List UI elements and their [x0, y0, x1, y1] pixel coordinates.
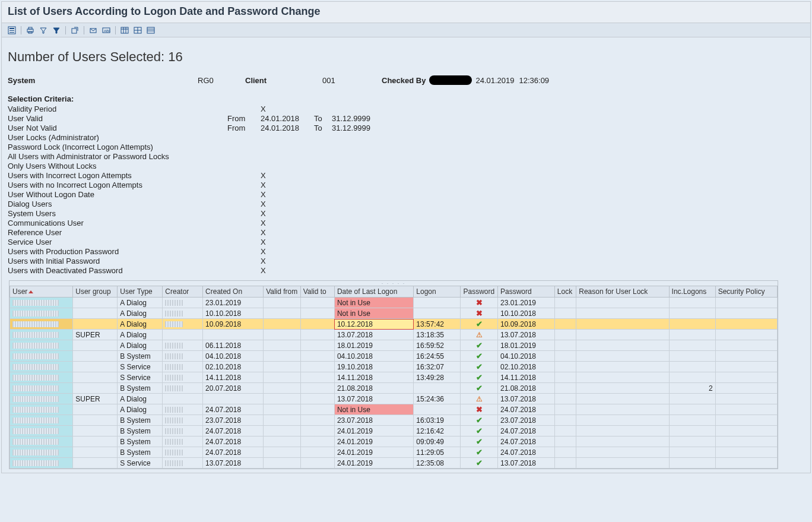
- table-row[interactable]: SUPERA Dialog13.07.201815:24:36⚠13.07.20…: [10, 394, 778, 404]
- send-icon[interactable]: [88, 26, 99, 35]
- cell-password-date[interactable]: 24.07.2018: [497, 436, 554, 447]
- column-header[interactable]: Password: [461, 286, 498, 298]
- cell-user-group[interactable]: [73, 362, 118, 372]
- cell-lock-reason[interactable]: [576, 415, 669, 426]
- cell-user-group[interactable]: [73, 372, 118, 383]
- cell-user[interactable]: [10, 362, 73, 372]
- layout-2-icon[interactable]: [132, 26, 143, 35]
- cell-creator[interactable]: [163, 404, 203, 415]
- cell-user-type[interactable]: S Service: [118, 372, 163, 383]
- details-icon[interactable]: [7, 26, 17, 35]
- cell-inc-logons[interactable]: [669, 351, 715, 362]
- cell-creator[interactable]: [163, 458, 203, 469]
- cell-logon-time[interactable]: 16:24:55: [414, 351, 461, 362]
- cell-last-logon[interactable]: 23.07.2018: [334, 415, 413, 426]
- cell-lock-reason[interactable]: [576, 383, 669, 394]
- table-row[interactable]: A Dialog06.11.201818.01.201916:59:52✔18.…: [10, 340, 778, 351]
- cell-last-logon[interactable]: 24.01.2019: [334, 426, 413, 436]
- cell-user[interactable]: [10, 308, 73, 319]
- cell-user-group[interactable]: [73, 404, 118, 415]
- cell-user[interactable]: [10, 351, 73, 362]
- cell-inc-logons[interactable]: [669, 426, 715, 436]
- cell-valid-from[interactable]: [264, 319, 301, 330]
- cell-logon-time[interactable]: 16:59:52: [414, 340, 461, 351]
- cell-created-on[interactable]: 02.10.2018: [203, 362, 264, 372]
- cell-inc-logons[interactable]: [669, 330, 715, 340]
- cell-user[interactable]: [10, 372, 73, 383]
- cell-security-policy[interactable]: [715, 415, 777, 426]
- cell-user[interactable]: [10, 319, 73, 330]
- cell-password-date[interactable]: 10.10.2018: [497, 308, 554, 319]
- cell-last-logon[interactable]: 10.12.2018: [334, 319, 413, 330]
- cell-password-status[interactable]: ✔: [461, 447, 498, 458]
- cell-security-policy[interactable]: [715, 298, 777, 308]
- cell-valid-to[interactable]: [300, 404, 334, 415]
- cell-created-on[interactable]: 20.07.2018: [203, 383, 264, 394]
- cell-password-date[interactable]: 18.01.2019: [497, 340, 554, 351]
- cell-valid-to[interactable]: [300, 319, 334, 330]
- cell-valid-from[interactable]: [264, 362, 301, 372]
- cell-user-type[interactable]: A Dialog: [118, 319, 163, 330]
- cell-logon-time[interactable]: 09:09:49: [414, 436, 461, 447]
- cell-password-status[interactable]: ✖: [461, 308, 498, 319]
- cell-lock-reason[interactable]: [576, 426, 669, 436]
- cell-created-on[interactable]: 23.07.2018: [203, 415, 264, 426]
- cell-last-logon[interactable]: 24.01.2019: [334, 458, 413, 469]
- cell-valid-to[interactable]: [300, 394, 334, 404]
- cell-valid-from[interactable]: [264, 298, 301, 308]
- cell-user[interactable]: [10, 330, 73, 340]
- cell-password-status[interactable]: ✔: [461, 458, 498, 469]
- cell-user-group[interactable]: [73, 426, 118, 436]
- cell-lock[interactable]: [554, 319, 576, 330]
- cell-lock[interactable]: [554, 426, 576, 436]
- cell-user[interactable]: [10, 404, 73, 415]
- cell-security-policy[interactable]: [715, 372, 777, 383]
- cell-lock[interactable]: [554, 404, 576, 415]
- cell-creator[interactable]: [163, 351, 203, 362]
- cell-password-date[interactable]: 02.10.2018: [497, 362, 554, 372]
- cell-created-on[interactable]: [203, 330, 264, 340]
- cell-password-status[interactable]: ✔: [461, 426, 498, 436]
- cell-security-policy[interactable]: [715, 308, 777, 319]
- cell-user-type[interactable]: S Service: [118, 362, 163, 372]
- cell-security-policy[interactable]: [715, 426, 777, 436]
- column-header[interactable]: Security Policy: [715, 286, 777, 298]
- layout-3-icon[interactable]: [145, 26, 156, 35]
- cell-creator[interactable]: [163, 319, 203, 330]
- cell-created-on[interactable]: 24.07.2018: [203, 404, 264, 415]
- cell-valid-from[interactable]: [264, 372, 301, 383]
- cell-user[interactable]: [10, 436, 73, 447]
- cell-security-policy[interactable]: [715, 394, 777, 404]
- cell-creator[interactable]: [163, 436, 203, 447]
- cell-password-date[interactable]: 14.11.2018: [497, 372, 554, 383]
- cell-user-type[interactable]: A Dialog: [118, 394, 163, 404]
- cell-creator[interactable]: [163, 447, 203, 458]
- column-header[interactable]: Reason for User Lock: [576, 286, 669, 298]
- cell-creator[interactable]: [163, 298, 203, 308]
- cell-last-logon[interactable]: 19.10.2018: [334, 362, 413, 372]
- cell-password-status[interactable]: ✔: [461, 415, 498, 426]
- cell-valid-to[interactable]: [300, 351, 334, 362]
- cell-valid-from[interactable]: [264, 308, 301, 319]
- cell-valid-to[interactable]: [300, 447, 334, 458]
- cell-logon-time[interactable]: 12:16:42: [414, 426, 461, 436]
- cell-user[interactable]: [10, 447, 73, 458]
- cell-logon-time[interactable]: 15:24:36: [414, 394, 461, 404]
- cell-lock[interactable]: [554, 372, 576, 383]
- cell-lock[interactable]: [554, 436, 576, 447]
- drag-handle[interactable]: · · · · ·: [9, 281, 778, 286]
- table-row[interactable]: A Dialog24.07.2018Not in Use✖24.07.2018: [10, 404, 778, 415]
- cell-inc-logons[interactable]: 2: [669, 383, 715, 394]
- cell-inc-logons[interactable]: [669, 394, 715, 404]
- export-icon[interactable]: [69, 26, 80, 35]
- cell-valid-to[interactable]: [300, 362, 334, 372]
- column-header[interactable]: Inc.Logons: [669, 286, 715, 298]
- abc-icon[interactable]: ABC: [101, 26, 112, 35]
- layout-1-icon[interactable]: [119, 26, 130, 35]
- cell-user-group[interactable]: [73, 298, 118, 308]
- cell-inc-logons[interactable]: [669, 298, 715, 308]
- cell-lock-reason[interactable]: [576, 458, 669, 469]
- table-row[interactable]: B System20.07.201821.08.2018✔21.08.20182: [10, 383, 778, 394]
- cell-lock[interactable]: [554, 458, 576, 469]
- cell-last-logon[interactable]: Not in Use: [334, 404, 413, 415]
